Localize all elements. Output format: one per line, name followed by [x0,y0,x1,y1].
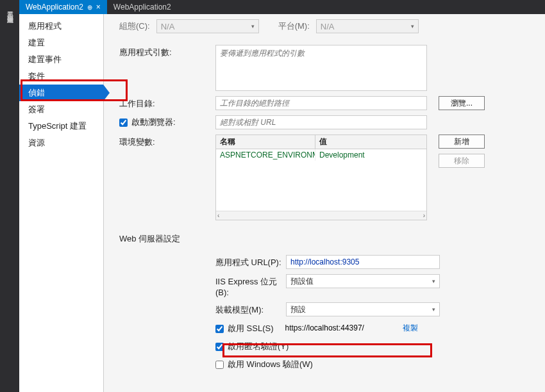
config-dropdown: N/A ▾ [156,19,259,33]
url-label: 應用程式 URL(P): [215,255,286,268]
launch-browser-checkbox[interactable] [119,118,128,127]
platform-value: N/A [321,22,335,31]
debug-form: 組態(C): N/A ▾ 平台(M): N/A ▾ 應用程式引數: 工作目錄: [104,14,545,392]
chevron-down-icon: ▾ [432,306,435,313]
iis-label: IIS Express 位元(B): [215,274,286,297]
tab-secondary[interactable]: WebApplication2 [107,0,178,14]
env-col-name: 名稱 [216,135,315,149]
nav-item-ts[interactable]: TypeScript 建置 [19,118,103,135]
args-input[interactable] [215,45,427,91]
pin-icon[interactable]: ⊕ [87,4,92,11]
env-row-value: Development [315,149,426,161]
remove-button: 移除 [439,154,485,168]
chevron-down-icon: ▾ [432,278,435,284]
iis-value: 預設值 [290,276,314,287]
host-dropdown[interactable]: 預設 ▾ [286,302,440,316]
scroll-left-icon[interactable]: ‹ [217,212,219,219]
copy-link[interactable]: 複製 [403,323,418,334]
config-value: N/A [161,22,175,31]
workdir-label: 工作目錄: [119,96,215,110]
nav-item-sign[interactable]: 簽署 [19,101,103,118]
nav-item-buildevents[interactable]: 建置事件 [19,51,103,68]
env-grid[interactable]: 名稱 值 ASPNETCORE_ENVIRONMENT Development … [215,135,427,220]
anon-label: 啟用匿名驗證(Y) [228,341,289,352]
ssl-checkbox[interactable] [215,325,224,333]
chevron-down-icon: ▾ [411,23,414,29]
nav-item-app[interactable]: 應用程式 [19,18,103,35]
launch-browser-label: 啟動瀏覽器: [131,117,176,128]
env-col-value: 值 [315,135,426,149]
server-explorer-tab[interactable]: 伺服器總管 [5,9,14,14]
chevron-down-icon: ▾ [251,23,255,29]
tab-label: WebApplication2 [26,3,83,12]
web-section-title: Web 伺服器設定 [119,233,533,245]
url-input[interactable] [286,255,440,269]
host-label: 裝載模型(M): [215,302,286,316]
browse-button[interactable]: 瀏覽... [439,96,485,110]
platform-label: 平台(M): [278,20,310,32]
env-label: 環境變數: [119,135,215,148]
winauth-label: 啟用 Windows 驗證(W) [228,359,313,370]
env-row[interactable]: ASPNETCORE_ENVIRONMENT Development [216,149,426,161]
nav-item-resources[interactable]: 資源 [19,135,103,151]
grid-scrollbar[interactable]: ‹ › [216,211,426,220]
iis-dropdown[interactable]: 預設值 ▾ [286,274,440,288]
winauth-checkbox[interactable] [215,361,224,369]
close-icon[interactable]: × [96,3,101,12]
nav-item-build[interactable]: 建置 [19,35,103,51]
property-nav: 應用程式 建置 建置事件 套件 偵錯 簽署 TypeScript 建置 資源 [19,14,104,392]
host-value: 預設 [290,304,306,315]
tab-label: WebApplication2 [113,3,171,12]
nav-item-debug[interactable]: 偵錯 [19,85,103,101]
launch-browser-input[interactable] [215,115,427,129]
scroll-right-icon[interactable]: › [423,212,425,219]
anon-checkbox[interactable] [215,343,224,351]
nav-item-package[interactable]: 套件 [19,68,103,85]
tab-bar: WebApplication2 ⊕ × WebApplication2 [19,0,545,14]
args-label: 應用程式引數: [119,45,215,58]
env-row-name: ASPNETCORE_ENVIRONMENT [216,149,315,161]
platform-dropdown: N/A ▾ [316,19,419,33]
add-button[interactable]: 新增 [439,135,485,149]
config-label: 組態(C): [119,20,150,32]
ssl-url: https://localhost:44397/ [285,323,364,332]
tab-properties-active[interactable]: WebApplication2 ⊕ × [19,0,107,14]
workdir-input[interactable] [215,96,427,110]
toolbox-tab[interactable]: 工具箱 [5,4,14,9]
activity-bar: 工具箱 伺服器總管 [0,0,19,392]
ssl-label: 啟用 SSL(S) [228,323,274,334]
